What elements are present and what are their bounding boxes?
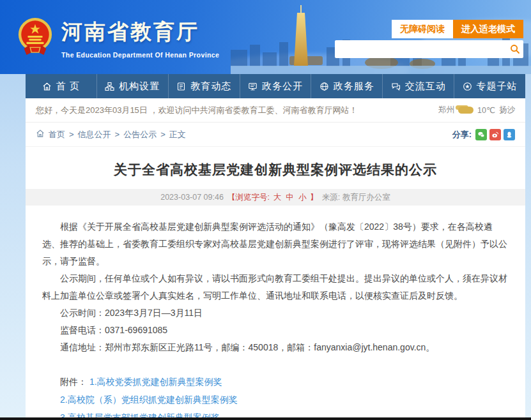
attachment-link-1[interactable]: 1.高校党委抓党建创新典型案例奖 [89, 377, 222, 387]
search-box [335, 40, 523, 58]
dust-weather-icon [458, 107, 473, 114]
wechat-icon[interactable] [475, 129, 487, 140]
main-nav: 首 页 机构设置 教育动态 政务公开 [26, 74, 525, 98]
greeting-text: 您好，今天是2023年03月15日 ，欢迎访问中共河南省委教育工委、河南省教育厅… [36, 105, 357, 116]
article-body: 根据《关于开展全省高校基层党建创新典型案例评选活动的通知》（豫高发〔2022〕3… [26, 206, 525, 420]
share-label: 分享: [452, 129, 472, 140]
attachment-link-2[interactable]: 2.高校院（系）党组织抓党建创新典型案例奖 [60, 394, 238, 405]
font-size-bracket: 】 [310, 193, 318, 202]
weibo-icon[interactable] [489, 129, 501, 140]
service-icon [319, 82, 329, 91]
window-bottom-edge [0, 417, 531, 420]
nav-item-label: 专题子站 [477, 80, 518, 93]
subsite-icon [463, 82, 472, 91]
weather-condition: 扬沙 [499, 105, 515, 116]
font-size-medium[interactable]: 中 [286, 193, 294, 202]
main-panel: 首 页 机构设置 教育动态 政务公开 [26, 74, 525, 420]
mail-address-line: 通信地址：郑州市郑东新区正光路11号，邮编：450018，邮箱：fanyanxi… [42, 339, 509, 356]
page: 河南省教育厅 The Education Department Of Henan… [0, 0, 531, 420]
article-meta: 2023-03-07 09:46 【浏览字号: 大 中 小 】 来源: 教育厅办… [26, 189, 525, 206]
font-size-small[interactable]: 小 [298, 193, 307, 202]
nav-item-interaction[interactable]: 交流互动 [383, 74, 454, 98]
news-icon [176, 82, 186, 91]
disclosure-icon [248, 82, 258, 91]
site-banner: 河南省教育厅 The Education Department Of Henan… [0, 0, 531, 74]
weather-widget: 郑州 10℃ 扬沙 [438, 105, 515, 116]
nav-item-news[interactable]: 教育动态 [169, 74, 240, 98]
nav-item-service[interactable]: 政务服务 [311, 74, 383, 98]
font-size-label: 【浏览字号: [227, 193, 270, 202]
top-actions: 无障碍阅读 进入适老模式 [392, 20, 523, 38]
site-subtitle: The Education Department Of Henan Provin… [61, 51, 219, 59]
article: 关于全省高校基层党建创新典型案例评选结果的公示 2023-03-07 09:46… [26, 147, 525, 420]
publicity-period-line: 公示时间：2023年3月7日—3月11日 [42, 304, 509, 322]
nav-item-label: 交流互动 [405, 80, 446, 93]
paragraph-basis: 根据《关于开展全省高校基层党建创新典型案例评选活动的通知》（豫高发〔2022〕3… [42, 218, 509, 270]
nav-item-disclosure[interactable]: 政务公开 [240, 74, 312, 98]
nav-item-label: 教育动态 [190, 80, 231, 93]
font-size-control: 【浏览字号: 大 中 小 】 [227, 192, 318, 203]
attachments: 附件： 1.高校党委抓党建创新典型案例奖 2.高校院（系）党组织抓党建创新典型案… [42, 373, 509, 420]
nav-item-label: 政务服务 [334, 80, 374, 93]
breadcrumb-separator: > [69, 130, 74, 139]
breadcrumb-item-disclosure[interactable]: 信息公开 [78, 129, 111, 140]
site-brand: 河南省教育厅 The Education Department Of Henan… [61, 18, 219, 59]
qq-icon[interactable] [504, 129, 515, 140]
search-icon[interactable] [507, 44, 523, 54]
elder-mode-button[interactable]: 进入适老模式 [453, 20, 523, 38]
article-datetime: 2023-03-07 09:46 [160, 193, 224, 202]
breadcrumb-item-notices[interactable]: 公告公示 [123, 129, 157, 140]
national-emblem [17, 17, 54, 56]
home-icon [42, 82, 52, 91]
font-size-large[interactable]: 大 [273, 193, 281, 202]
info-bar: 您好，今天是2023年03月15日 ，欢迎访问中共河南省委教育工委、河南省教育厅… [26, 98, 525, 123]
breadcrumb-separator: > [160, 130, 165, 139]
attachments-label: 附件： [60, 377, 87, 387]
share-widget: 分享: [452, 129, 515, 140]
home-icon [36, 129, 45, 140]
nav-item-subsite[interactable]: 专题子站 [454, 74, 525, 98]
nav-item-label: 机构设置 [119, 80, 160, 93]
nav-item-org[interactable]: 机构设置 [97, 74, 169, 98]
org-icon [105, 82, 114, 91]
breadcrumb-item-home[interactable]: 首页 [49, 129, 65, 140]
interaction-icon [391, 82, 401, 91]
nav-item-home[interactable]: 首 页 [26, 74, 97, 98]
nav-item-label: 首 页 [56, 80, 80, 93]
breadcrumb: 首页 > 信息公开 > 公告公示 > 正文 [36, 129, 186, 140]
article-title: 关于全省高校基层党建创新典型案例评选结果的公示 [26, 156, 525, 189]
weather-temp: 10℃ [477, 105, 495, 115]
search-input[interactable] [335, 41, 507, 57]
nav-item-label: 政务公开 [262, 80, 303, 93]
breadcrumb-item-article: 正文 [169, 129, 186, 140]
breadcrumb-separator: > [115, 130, 120, 139]
breadcrumb-bar: 首页 > 信息公开 > 公告公示 > 正文 分享: [26, 123, 525, 147]
site-title: 河南省教育厅 [61, 18, 219, 47]
article-source: 来源: 教育厅办公室 [322, 192, 390, 203]
weather-city: 郑州 [438, 105, 454, 116]
paragraph-objection: 公示期间，任何单位或个人如有异议，请以书面形式向教育工委组干处提出。提出异议的单… [42, 270, 509, 304]
supervision-phone-line: 监督电话：0371-69691085 [42, 322, 509, 339]
accessibility-button[interactable]: 无障碍阅读 [392, 20, 453, 38]
